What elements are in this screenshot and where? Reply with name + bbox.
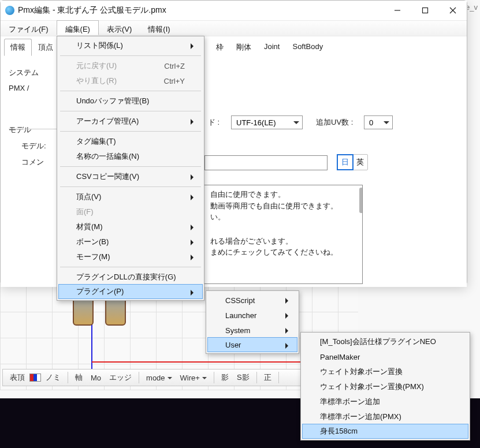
user-height158[interactable]: 身長158cm — [302, 424, 468, 439]
label-pmx: PMX / — [9, 84, 61, 92]
mi-csscript[interactable]: CSScript — [208, 293, 297, 308]
menu-edit[interactable]: 編集(E) — [57, 20, 99, 35]
mi-tag[interactable]: タグ編集(T) — [59, 134, 202, 149]
encoding-label: ド : — [208, 117, 219, 128]
mi-face[interactable]: 面(F) — [59, 204, 202, 219]
mi-bone[interactable]: ボーン(B) — [59, 234, 202, 249]
lang-jp-button[interactable]: 日 — [337, 154, 354, 170]
tab-joint[interactable]: Joint — [258, 39, 286, 56]
label-comment: コメン — [21, 157, 61, 167]
mi-launcher[interactable]: Launcher — [208, 308, 297, 323]
svg-rect-1 — [423, 8, 428, 13]
user-panelmaker[interactable]: PanelMaker — [303, 349, 468, 364]
adduv-label: 追加UV数 : — [316, 117, 353, 128]
tab-softbody[interactable]: SoftBody — [286, 39, 329, 56]
mi-system[interactable]: System — [208, 323, 297, 338]
user-semistd-bone[interactable]: 準標準ボーン追加 — [303, 394, 468, 409]
user-weight-replace-pmx[interactable]: ウェイト対象ボーン置換(PMX) — [303, 379, 468, 394]
window-title: Pmx編集 - 東北ずん子 公式服モデル.pmx — [18, 5, 166, 16]
mi-undo[interactable]: 元に戻す(U)Ctrl+Z — [59, 58, 202, 73]
mi-dll[interactable]: プラグインDLLの直接実行(G) — [59, 270, 202, 285]
close-button[interactable] — [439, 1, 467, 20]
scrollbar-thumb[interactable] — [359, 188, 363, 213]
mi-vertex[interactable]: 頂点(V) — [59, 189, 202, 204]
tool-sshadow[interactable]: S影 — [233, 371, 253, 384]
mi-morph[interactable]: モーフ(M) — [59, 249, 202, 264]
color-swatch[interactable] — [29, 374, 41, 382]
tab-frame[interactable]: 枠 — [210, 39, 230, 56]
mi-material[interactable]: 材質(M) — [59, 219, 202, 234]
titlebar[interactable]: Pmx編集 - 東北ずん子 公式服モデル.pmx — [1, 1, 467, 20]
label-system: システム — [9, 68, 61, 78]
user-mtools[interactable]: [M_Tools]会話仕様プラグインNEO — [303, 334, 468, 349]
menu-view[interactable]: 表示(V) — [99, 21, 140, 36]
mi-csv[interactable]: CSVコピー関連(V) — [59, 169, 202, 184]
label-model: モデル — [9, 125, 61, 135]
tool-edge[interactable]: エッジ — [106, 371, 135, 384]
tab-info[interactable]: 情報 — [4, 39, 32, 56]
mi-rename[interactable]: 名称の一括編集(N) — [59, 149, 202, 164]
menubar: ファイル(F) 編集(E) 表示(V) 情報(I) — [1, 20, 467, 36]
model-name-input[interactable] — [204, 155, 328, 170]
menu-file[interactable]: ファイル(F) — [1, 21, 57, 36]
mi-redo[interactable]: やり直し(R)Ctrl+Y — [59, 73, 202, 88]
lang-en-button[interactable]: 英 — [353, 155, 367, 170]
tool-normal[interactable]: ノミ — [42, 371, 64, 384]
tool-vertex-disp[interactable]: 表頂 — [6, 371, 28, 384]
mi-undobuf[interactable]: Undoバッファ管理(B) — [59, 94, 202, 109]
tool-mo[interactable]: Mo — [87, 372, 105, 384]
user-semistd-bone-pmx[interactable]: 準標準ボーン追加(PMX) — [303, 409, 468, 424]
language-toggle: 日 英 — [337, 154, 368, 170]
adduv-combo[interactable]: 0 — [364, 115, 393, 129]
tool-shadow[interactable]: 影 — [218, 371, 232, 384]
tool-ortho[interactable]: 正 — [261, 371, 275, 384]
info-side-labels: システム PMX / モデル モデル: コメン — [9, 62, 61, 173]
tool-mode[interactable]: mode — [143, 372, 176, 384]
tab-rigid[interactable]: 剛体 — [230, 39, 258, 56]
label-modelname: モデル: — [21, 141, 61, 151]
mi-list[interactable]: リスト関係(L) — [59, 38, 202, 53]
edit-dropdown: リスト関係(L) 元に戻す(U)Ctrl+Z やり直し(R)Ctrl+Y Und… — [57, 36, 204, 301]
user-submenu: [M_Tools]会話仕様プラグインNEO PanelMaker ウェイト対象ボ… — [300, 332, 470, 440]
mi-archive[interactable]: アーカイブ管理(A) — [59, 114, 202, 129]
plugin-submenu: CSScript Launcher System User — [206, 290, 299, 354]
menu-info[interactable]: 情報(I) — [140, 21, 178, 36]
app-icon — [5, 6, 14, 15]
comment-textarea[interactable]: 自由に使用できます。 動画等商用でも自由に使用できます。 い。 れる場合がござい… — [204, 185, 363, 284]
mi-user[interactable]: User — [207, 337, 297, 352]
tool-axis[interactable]: 軸 — [72, 371, 86, 384]
separator — [9, 129, 58, 129]
tab-vertex[interactable]: 頂点 — [32, 39, 59, 56]
encoding-combo[interactable]: UTF-16(LE) — [231, 115, 303, 129]
maximize-button[interactable] — [411, 1, 439, 20]
mi-plugin[interactable]: プラグイン(P) — [58, 284, 203, 299]
tool-wire[interactable]: Wire+ — [177, 372, 210, 384]
user-weight-replace[interactable]: ウェイト対象ボーン置換 — [303, 364, 468, 379]
minimize-button[interactable] — [384, 1, 411, 20]
